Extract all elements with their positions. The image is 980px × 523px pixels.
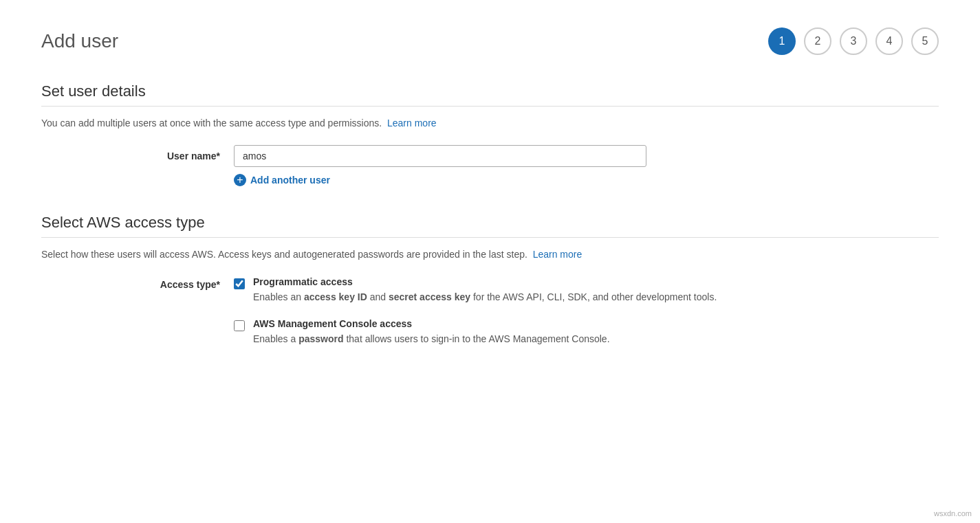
console-desc-bold1: password bbox=[298, 333, 343, 344]
user-name-input-container: + Add another user bbox=[234, 145, 646, 186]
access-type-label: Access type* bbox=[41, 276, 234, 290]
access-type-description: Select how these users will access AWS. … bbox=[41, 249, 939, 260]
console-access-option: AWS Management Console access Enables a … bbox=[234, 318, 939, 346]
prog-desc-bold1: access key ID bbox=[304, 291, 367, 302]
access-type-section: Select AWS access type Select how these … bbox=[41, 214, 939, 360]
step-2[interactable]: 2 bbox=[804, 27, 831, 55]
step-4[interactable]: 4 bbox=[875, 27, 903, 55]
console-access-desc: Enables a password that allows users to … bbox=[253, 332, 939, 346]
console-access-title: AWS Management Console access bbox=[253, 318, 939, 329]
console-access-checkbox[interactable] bbox=[234, 320, 245, 331]
access-options-container: Programmatic access Enables an access ke… bbox=[234, 276, 939, 360]
user-name-label: User name* bbox=[41, 145, 234, 162]
step-3[interactable]: 3 bbox=[840, 27, 867, 55]
step-1[interactable]: 1 bbox=[768, 27, 796, 55]
programmatic-access-text: Programmatic access Enables an access ke… bbox=[253, 276, 939, 304]
step-5[interactable]: 5 bbox=[911, 27, 939, 55]
programmatic-access-desc: Enables an access key ID and secret acce… bbox=[253, 290, 939, 304]
access-type-row: Access type* Programmatic access Enables… bbox=[41, 276, 939, 360]
access-type-divider bbox=[41, 237, 939, 238]
access-type-learn-more-link[interactable]: Learn more bbox=[533, 249, 582, 260]
console-desc-prefix: Enables a bbox=[253, 333, 298, 344]
prog-desc-prefix: Enables an bbox=[253, 291, 304, 302]
prog-desc-bold2: secret access key bbox=[389, 291, 470, 302]
steps-indicator: 1 2 3 4 5 bbox=[768, 27, 939, 55]
page-header: Add user 1 2 3 4 5 bbox=[41, 27, 939, 55]
user-details-title: Set user details bbox=[41, 82, 939, 100]
add-another-user-link[interactable]: + Add another user bbox=[234, 174, 646, 186]
programmatic-access-checkbox[interactable] bbox=[234, 278, 245, 289]
page-title: Add user bbox=[41, 30, 118, 52]
user-details-learn-more-link[interactable]: Learn more bbox=[387, 118, 437, 129]
user-name-input[interactable] bbox=[234, 145, 646, 167]
programmatic-access-title: Programmatic access bbox=[253, 276, 939, 287]
console-access-text: AWS Management Console access Enables a … bbox=[253, 318, 939, 346]
user-details-section: Set user details You can add multiple us… bbox=[41, 82, 939, 186]
prog-desc-middle: and bbox=[367, 291, 389, 302]
access-type-title: Select AWS access type bbox=[41, 214, 939, 232]
user-details-description: You can add multiple users at once with … bbox=[41, 118, 939, 129]
prog-desc-suffix: for the AWS API, CLI, SDK, and other dev… bbox=[470, 291, 717, 302]
add-another-user-label: Add another user bbox=[250, 175, 330, 186]
access-type-description-text: Select how these users will access AWS. … bbox=[41, 249, 527, 260]
section-divider bbox=[41, 106, 939, 107]
watermark: wsxdn.com bbox=[934, 509, 972, 518]
programmatic-access-option: Programmatic access Enables an access ke… bbox=[234, 276, 939, 304]
user-details-description-text: You can add multiple users at once with … bbox=[41, 118, 382, 129]
add-user-icon: + bbox=[234, 174, 246, 186]
console-desc-suffix: that allows users to sign-in to the AWS … bbox=[344, 333, 610, 344]
user-name-row: User name* + Add another user bbox=[41, 145, 939, 186]
